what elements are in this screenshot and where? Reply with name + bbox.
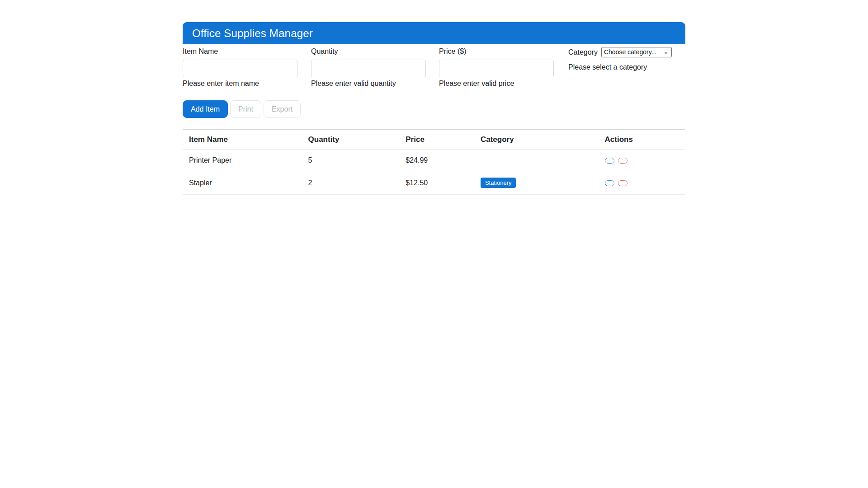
- field-price: Price ($) Please enter valid price: [439, 47, 568, 88]
- add-item-button[interactable]: Add Item: [183, 100, 228, 118]
- app-header: Office Supplies Manager: [183, 22, 685, 44]
- item-name-error: Please enter item name: [183, 80, 311, 88]
- price-cell: $12.50: [399, 171, 474, 195]
- category-cell: Stationery: [474, 171, 599, 195]
- quantity-cell: 2: [302, 171, 400, 195]
- item-name-input[interactable]: [183, 60, 297, 77]
- actions-cell: [599, 171, 685, 195]
- quantity-error: Please enter valid quantity: [311, 80, 439, 88]
- quantity-cell: 5: [302, 150, 400, 171]
- col-header-category: Category: [474, 130, 599, 150]
- item-name-cell: Stapler: [183, 171, 302, 195]
- app-card: Office Supplies Manager Item Name Please…: [183, 22, 685, 195]
- field-item-name: Item Name Please enter item name: [183, 47, 311, 88]
- export-button[interactable]: Export: [264, 100, 301, 118]
- category-label: Category: [568, 48, 598, 56]
- col-header-price: Price: [399, 130, 474, 150]
- table-body: Printer Paper 5 $24.99 Stapler 2 $12.50 …: [183, 150, 685, 195]
- edit-button[interactable]: [605, 180, 614, 186]
- item-name-label: Item Name: [183, 47, 311, 56]
- items-table: Item Name Quantity Price Category Action…: [183, 129, 685, 195]
- delete-button[interactable]: [618, 180, 627, 186]
- quantity-label: Quantity: [311, 47, 439, 56]
- col-header-actions: Actions: [599, 130, 685, 150]
- table-header: Item Name Quantity Price Category Action…: [183, 130, 685, 150]
- item-form: Item Name Please enter item name Quantit…: [183, 47, 685, 88]
- category-badge: Stationery: [481, 178, 516, 188]
- category-select-wrap: Choose category... ⌄: [601, 47, 672, 57]
- field-quantity: Quantity Please enter valid quantity: [311, 47, 439, 88]
- page-title: Office Supplies Manager: [192, 27, 313, 40]
- col-header-quantity: Quantity: [302, 130, 400, 150]
- category-cell: [474, 150, 599, 171]
- edit-button[interactable]: [605, 158, 614, 164]
- category-error: Please select a category: [568, 63, 685, 71]
- table-row: Printer Paper 5 $24.99: [183, 150, 685, 171]
- price-cell: $24.99: [399, 150, 474, 171]
- price-input[interactable]: [439, 60, 554, 77]
- price-label: Price ($): [439, 47, 568, 56]
- category-select[interactable]: Choose category...: [601, 47, 672, 57]
- table-row: Stapler 2 $12.50 Stationery: [183, 171, 685, 195]
- actions-cell: [599, 150, 685, 171]
- category-row: Category Choose category... ⌄: [568, 47, 685, 57]
- delete-button[interactable]: [618, 158, 627, 164]
- print-button[interactable]: Print: [230, 100, 261, 118]
- toolbar: Add Item Print Export: [183, 100, 685, 118]
- quantity-input[interactable]: [311, 60, 426, 77]
- item-name-cell: Printer Paper: [183, 150, 302, 171]
- field-category: Category Choose category... ⌄ Please sel…: [568, 47, 685, 88]
- table-header-row: Item Name Quantity Price Category Action…: [183, 130, 685, 150]
- col-header-item-name: Item Name: [183, 130, 302, 150]
- price-error: Please enter valid price: [439, 80, 568, 88]
